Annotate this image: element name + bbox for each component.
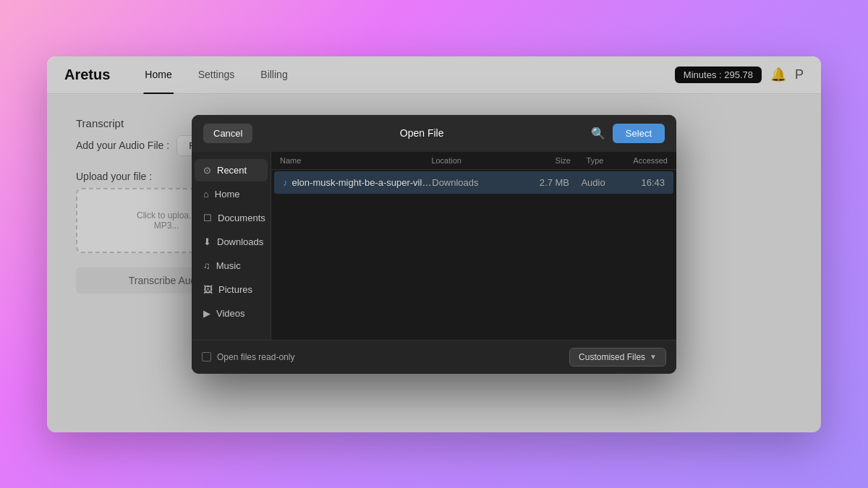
modal-filelist: Name Location Size Type Accessed ♪ elon-…: [271, 152, 676, 340]
audio-file-icon: ♪: [283, 177, 288, 188]
sidebar-item-label: Downloads: [217, 236, 263, 247]
videos-icon: ▶: [203, 308, 210, 319]
modal-overlay: Cancel Open File 🔍 Select ⊙ Recent ⌂: [47, 56, 821, 432]
modal-header-right: 🔍 Select: [591, 124, 665, 143]
filelist-header: Name Location Size Type Accessed: [271, 152, 676, 170]
modal-select-button[interactable]: Select: [613, 124, 665, 143]
modal-header: Cancel Open File 🔍 Select: [192, 115, 676, 152]
modal-search-icon[interactable]: 🔍: [591, 127, 605, 140]
read-only-text: Open files read-only: [217, 352, 294, 362]
downloads-icon: ⬇: [203, 236, 211, 247]
customised-files-label: Customised Files: [579, 352, 645, 362]
open-file-modal: Cancel Open File 🔍 Select ⊙ Recent ⌂: [192, 115, 676, 374]
modal-footer: Open files read-only Customised Files ▼: [192, 340, 676, 374]
file-size: 2.7 MB: [522, 177, 569, 188]
sidebar-item-pictures[interactable]: 🖼 Pictures: [195, 278, 268, 301]
file-location: Downloads: [432, 177, 522, 188]
sidebar-item-label: Pictures: [218, 284, 252, 295]
file-name: elon-musk-might-be-a-super-villai...: [292, 177, 433, 188]
home-icon: ⌂: [203, 189, 209, 200]
read-only-checkbox[interactable]: [202, 352, 211, 361]
col-header-type: Type: [571, 156, 619, 165]
music-icon: ♫: [203, 260, 210, 271]
read-only-label[interactable]: Open files read-only: [202, 352, 294, 362]
col-header-size: Size: [522, 156, 571, 165]
file-type: Audio: [569, 177, 617, 188]
sidebar-item-label: Recent: [217, 165, 247, 176]
modal-title: Open File: [252, 127, 590, 139]
file-row[interactable]: ♪ elon-musk-might-be-a-super-villai... D…: [274, 171, 673, 194]
sidebar-item-music[interactable]: ♫ Music: [195, 254, 268, 277]
sidebar-item-label: Home: [215, 189, 240, 200]
modal-sidebar: ⊙ Recent ⌂ Home ☐ Documents ⬇ Downloads: [192, 152, 271, 340]
modal-cancel-button[interactable]: Cancel: [203, 124, 252, 143]
sidebar-item-videos[interactable]: ▶ Videos: [195, 302, 268, 325]
recent-icon: ⊙: [203, 165, 211, 176]
sidebar-item-home[interactable]: ⌂ Home: [195, 183, 268, 205]
sidebar-item-label: Music: [216, 260, 241, 271]
sidebar-item-label: Videos: [216, 308, 245, 319]
sidebar-item-documents[interactable]: ☐ Documents: [195, 207, 268, 229]
col-header-name: Name: [280, 156, 431, 165]
file-accessed: 16:43: [617, 177, 665, 188]
modal-body: ⊙ Recent ⌂ Home ☐ Documents ⬇ Downloads: [192, 152, 676, 340]
sidebar-item-downloads[interactable]: ⬇ Downloads: [195, 231, 268, 253]
col-header-accessed: Accessed: [619, 156, 668, 165]
documents-icon: ☐: [203, 213, 212, 223]
sidebar-item-recent[interactable]: ⊙ Recent: [195, 159, 268, 181]
customised-files-button[interactable]: Customised Files ▼: [569, 348, 666, 367]
col-header-location: Location: [431, 156, 522, 165]
app-window: Aretus Home Settings Billing Minutes : 2…: [47, 56, 821, 432]
pictures-icon: 🖼: [203, 284, 213, 295]
sidebar-item-label: Documents: [218, 213, 265, 223]
chevron-down-icon: ▼: [650, 353, 657, 361]
